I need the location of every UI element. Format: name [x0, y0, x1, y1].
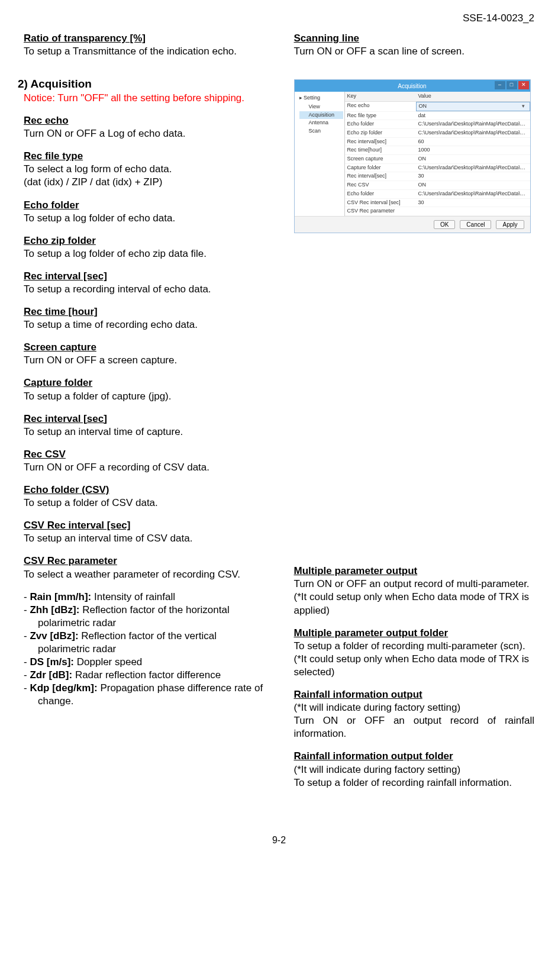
item-desc: To setup a folder of capture (jpg). [24, 391, 171, 402]
item-heading: Echo folder [24, 199, 79, 211]
row-value[interactable]: 60 [416, 138, 530, 146]
table-row[interactable]: CSV Rec interval [sec]30 [345, 199, 530, 208]
apply-button[interactable]: Apply [496, 220, 524, 229]
item-desc: To select a log form of echo data. [24, 163, 172, 175]
row-key: Rec interval[sec] [345, 172, 416, 180]
item-desc: To setup a folder of recording multi-par… [294, 640, 525, 652]
item-heading: CSV Rec parameter [24, 555, 117, 566]
dialog-tree[interactable]: ▸ Setting ViewAcquisitionAntennaScan [295, 92, 345, 216]
dialog-table: Key Value Rec echoON▾Rec file typedatEch… [345, 92, 530, 216]
col-key: Key [345, 92, 416, 101]
left-item: Echo folderTo setup a log folder of echo… [24, 199, 265, 225]
csv-param-item: Rain [mm/h]: Intensity of rainfall [24, 591, 265, 604]
tree-item[interactable]: Antenna [299, 119, 343, 127]
row-key: Echo zip folder [345, 129, 416, 137]
table-row[interactable]: Rec echoON▾ [345, 102, 530, 112]
table-row[interactable]: Screen captureON [345, 155, 530, 164]
item-heading: Rec echo [24, 115, 69, 126]
row-value[interactable]: ON▾ [416, 102, 530, 111]
table-row[interactable]: Rec interval[sec]30 [345, 172, 530, 181]
tree-item[interactable]: Acquisition [299, 111, 343, 120]
right-item: Rainfall information output(*It will ind… [294, 688, 535, 740]
item-desc: Turn ON or OFF an output record of multi… [294, 578, 530, 589]
row-value[interactable]: 30 [416, 199, 530, 207]
maximize-icon[interactable]: □ [507, 81, 517, 89]
main-columns: 2) Acquisition Notice: Turn "OFF" all th… [24, 77, 534, 798]
item-heading: Multiple parameter output [294, 565, 418, 576]
item-desc: To select a weather parameter of recordi… [24, 569, 240, 580]
table-row[interactable]: Rec CSVON [345, 181, 530, 190]
item-heading: Screen capture [24, 341, 96, 353]
cancel-button[interactable]: Cancel [460, 220, 491, 229]
row-value[interactable]: C:\Users\radar\Desktop\RainMap\RecData\c… [416, 164, 530, 172]
item-heading: Echo zip folder [24, 235, 96, 246]
acquisition-dialog: Acquisition – □ ✕ ▸ Setting ViewAcquisit… [294, 79, 531, 233]
top-columns: Ratio of transparency [%] To setup a Tra… [24, 32, 534, 67]
row-value[interactable] [416, 207, 530, 215]
left-item: CSV Rec parameterTo select a weather par… [24, 555, 265, 581]
item-heading: Echo folder (CSV) [24, 484, 109, 495]
table-row[interactable]: Echo folderC:\Users\radar\Desktop\RainMa… [345, 190, 530, 199]
csv-param-list: Rain [mm/h]: Intensity of rainfallZhh [d… [24, 591, 265, 708]
item-heading: Rec interval [sec] [24, 270, 107, 282]
left-item: Rec echoTurn ON or OFF a Log of echo dat… [24, 114, 265, 140]
item-heading: Rec time [hour] [24, 306, 98, 317]
minimize-icon[interactable]: – [495, 81, 505, 89]
dialog-title: Acquisition [398, 82, 426, 90]
right-item: Rainfall information output folder(*It w… [294, 750, 535, 789]
csv-param-item: DS [m/s]: Doppler speed [24, 656, 265, 669]
tree-root[interactable]: ▸ Setting [296, 94, 343, 102]
row-value[interactable]: 1000 [416, 146, 530, 154]
item-note: (*It could setup only when Echo data mod… [294, 591, 530, 615]
left-item: Capture folderTo setup a folder of captu… [24, 376, 265, 402]
item-heading: Rainfall information output folder [294, 750, 453, 762]
table-row[interactable]: Echo folderC:\Users\radar\Desktop\RainMa… [345, 120, 530, 129]
row-value[interactable]: C:\Users\radar\Desktop\RainMap\RecData\c… [416, 190, 530, 198]
item-desc: Turn ON or OFF a recording of CSV data. [24, 462, 209, 473]
ratio-heading: Ratio of transparency [%] [24, 33, 146, 44]
ok-button[interactable]: OK [434, 220, 455, 229]
item-heading: CSV Rec interval [sec] [24, 520, 130, 531]
table-row[interactable]: Capture folderC:\Users\radar\Desktop\Rai… [345, 164, 530, 173]
item-note: (*It could setup only when Echo data mod… [294, 653, 530, 678]
left-item: Rec file typeTo select a log form of ech… [24, 150, 265, 189]
row-value[interactable]: ON [416, 155, 530, 163]
table-row[interactable]: Rec interval[sec]60 [345, 138, 530, 147]
left-item: Rec CSVTurn ON or OFF a recording of CSV… [24, 448, 265, 474]
left-item: Rec interval [sec]To setup an interval t… [24, 412, 265, 439]
left-item: Rec time [hour]To setup a time of record… [24, 305, 265, 331]
csv-param-item: Kdp [deg/km]: Propagation phase differen… [24, 682, 265, 708]
close-icon[interactable]: ✕ [518, 81, 529, 89]
dropdown-icon[interactable]: ▾ [520, 103, 527, 110]
csv-param-item: Zhh [dBz]: Reflection factor of the hori… [24, 604, 265, 630]
left-item: CSV Rec interval [sec]To setup an interv… [24, 519, 265, 545]
tree-item[interactable]: View [299, 103, 343, 111]
row-key: Rec time[hour] [345, 146, 416, 154]
table-row[interactable]: Echo zip folderC:\Users\radar\Desktop\Ra… [345, 129, 530, 138]
item-desc: Turn ON or OFF an output record of rainf… [294, 714, 535, 740]
page-number: 9-2 [24, 834, 534, 847]
item-heading: Rec interval [sec] [24, 413, 107, 424]
table-row[interactable]: Rec file typedat [345, 112, 530, 121]
row-key: Rec interval[sec] [345, 138, 416, 146]
left-item: Echo zip folderTo setup a log folder of … [24, 234, 265, 260]
row-value[interactable]: C:\Users\radar\Desktop\RainMap\RecData\e… [416, 120, 530, 128]
right-item: Multiple parameter output folderTo setup… [294, 627, 535, 679]
scanline-desc: Turn ON or OFF a scan line of screen. [294, 46, 465, 57]
row-value[interactable]: C:\Users\radar\Desktop\RainMap\RecData\e… [416, 129, 530, 137]
item-heading: Capture folder [24, 377, 92, 388]
row-key: Rec CSV [345, 181, 416, 189]
item-heading: Rec file type [24, 150, 83, 162]
table-row[interactable]: CSV Rec parameter [345, 207, 530, 216]
row-key: Echo folder [345, 120, 416, 128]
row-value[interactable]: ON [416, 181, 530, 189]
tree-item[interactable]: Scan [299, 127, 343, 136]
left-item: Echo folder (CSV)To setup a folder of CS… [24, 483, 265, 510]
table-row[interactable]: Rec time[hour]1000 [345, 146, 530, 155]
item-desc: To setup a log folder of echo zip data f… [24, 248, 207, 259]
item-heading: Multiple parameter output folder [294, 627, 449, 639]
item-heading: Rec CSV [24, 449, 66, 460]
csv-param-item: Zdr [dB]: Radar reflection factor differ… [24, 669, 265, 682]
row-value[interactable]: 30 [416, 172, 530, 180]
row-value[interactable]: dat [416, 112, 530, 120]
